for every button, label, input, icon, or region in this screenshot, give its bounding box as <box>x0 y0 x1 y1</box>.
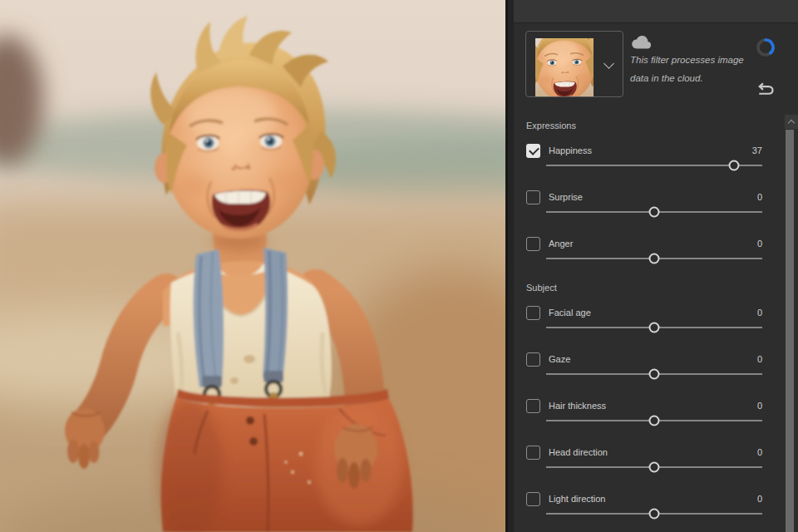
image-preview <box>0 0 505 532</box>
value-anger: 0 <box>757 239 762 249</box>
label-surprise: Surprise <box>549 192 757 202</box>
row-head-facial-age: Facial age0 <box>526 305 762 320</box>
slider-happiness[interactable] <box>546 158 762 173</box>
filter-row-anger: Anger0 <box>526 236 762 266</box>
smart-portrait-panel: This filter processes image data in the … <box>514 0 798 532</box>
slider-facial-age[interactable] <box>546 320 762 335</box>
row-head-hair-thickness: Hair thickness0 <box>526 398 762 413</box>
filter-row-facial-age: Facial age0 <box>526 305 762 335</box>
slider-handle-gaze[interactable] <box>649 369 660 380</box>
slider-handle-facial-age[interactable] <box>649 323 660 333</box>
panel-topbar <box>514 0 798 23</box>
value-gaze: 0 <box>757 354 762 364</box>
label-facial-age: Facial age <box>549 308 757 318</box>
scrollbar-thumb[interactable] <box>786 130 794 532</box>
chevron-down-icon <box>603 58 614 69</box>
filter-row-light-direction: Light direction0 <box>526 491 762 521</box>
row-head-surprise: Surprise0 <box>526 190 762 204</box>
row-head-light-direction: Light direction0 <box>526 491 762 506</box>
row-head-head-direction: Head direction0 <box>526 445 762 460</box>
slider-gaze[interactable] <box>546 367 762 382</box>
slider-anger[interactable] <box>546 251 762 266</box>
value-happiness: 37 <box>752 145 762 155</box>
value-hair-thickness: 0 <box>757 401 762 411</box>
face-thumbnail <box>535 38 594 96</box>
slider-light-direction[interactable] <box>546 506 762 521</box>
checkbox-anger[interactable] <box>526 237 540 251</box>
checkbox-gaze[interactable] <box>526 352 540 367</box>
chevron-up-icon <box>787 119 794 126</box>
filter-row-head-direction: Head direction0 <box>526 445 762 475</box>
cloud-processing-hint: This filter processes image data in the … <box>630 51 760 87</box>
face-selector-dropdown[interactable] <box>525 31 623 97</box>
section-title-subject: Subject <box>526 283 762 293</box>
progress-spinner <box>756 37 776 57</box>
checkbox-head-direction[interactable] <box>526 446 540 460</box>
slider-handle-head-direction[interactable] <box>649 462 660 473</box>
slider-handle-anger[interactable] <box>649 254 660 264</box>
reset-icon[interactable] <box>756 81 775 96</box>
label-gaze: Gaze <box>549 354 757 364</box>
section-title-expressions: Expressions <box>526 121 762 131</box>
panel-header: This filter processes image data in the … <box>514 23 798 121</box>
checkbox-light-direction[interactable] <box>526 492 540 506</box>
value-light-direction: 0 <box>757 494 762 504</box>
scroll-up-button[interactable] <box>785 115 798 129</box>
slider-handle-light-direction[interactable] <box>649 509 660 520</box>
slider-handle-happiness[interactable] <box>729 160 740 171</box>
slider-handle-surprise[interactable] <box>649 207 660 218</box>
filter-row-surprise: Surprise0 <box>526 190 762 219</box>
slider-head-direction[interactable] <box>546 460 762 475</box>
checkbox-hair-thickness[interactable] <box>526 399 540 413</box>
label-anger: Anger <box>549 239 757 249</box>
slider-surprise[interactable] <box>546 204 762 219</box>
checkbox-happiness[interactable] <box>526 144 540 158</box>
value-head-direction: 0 <box>757 447 762 457</box>
filter-row-gaze: Gaze0 <box>526 352 762 382</box>
slider-hair-thickness[interactable] <box>546 413 762 428</box>
label-hair-thickness: Hair thickness <box>549 401 757 411</box>
beach-photo <box>0 0 505 532</box>
cloud-icon <box>631 34 653 51</box>
label-happiness: Happiness <box>549 145 752 155</box>
value-facial-age: 0 <box>757 308 762 318</box>
label-light-direction: Light direction <box>549 494 757 504</box>
row-head-gaze: Gaze0 <box>526 352 762 367</box>
label-head-direction: Head direction <box>549 447 757 457</box>
slider-handle-hair-thickness[interactable] <box>649 416 660 426</box>
filter-row-hair-thickness: Hair thickness0 <box>526 398 762 428</box>
panel-scrollbar <box>785 115 798 532</box>
checkbox-surprise[interactable] <box>526 190 540 204</box>
panel-divider <box>505 0 514 532</box>
neural-filters-window: This filter processes image data in the … <box>0 0 798 532</box>
row-head-happiness: Happiness37 <box>526 143 762 158</box>
value-surprise: 0 <box>757 192 762 202</box>
row-head-anger: Anger0 <box>526 236 762 251</box>
filter-row-happiness: Happiness37 <box>526 143 762 173</box>
checkbox-facial-age[interactable] <box>526 306 540 320</box>
panel-content: ExpressionsHappiness37Surprise0Anger0Sub… <box>514 121 798 532</box>
